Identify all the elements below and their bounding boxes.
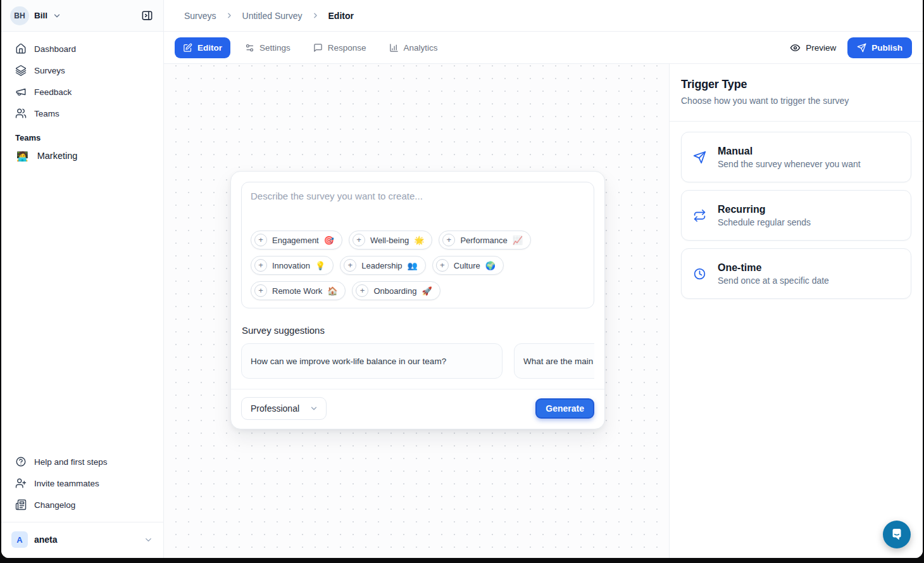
workspace-switcher[interactable]: BH Bill xyxy=(10,6,61,25)
plus-icon: + xyxy=(254,259,267,272)
sidebar-team-marketing[interactable]: 🧑‍💻 Marketing xyxy=(9,146,156,165)
tab-response[interactable]: Response xyxy=(305,37,375,58)
account-menu[interactable]: A aneta xyxy=(1,522,163,558)
tone-value: Professional xyxy=(251,403,299,414)
preview-label: Preview xyxy=(806,43,836,53)
sidebar-item-invite-teammates[interactable]: Invite teammates xyxy=(9,473,156,493)
sidebar-toggle-button[interactable] xyxy=(138,7,156,25)
main-content: Editor Settings Response Analytics xyxy=(164,32,923,558)
topic-chip-culture[interactable]: +Culture🌍 xyxy=(432,256,504,275)
sidebar-item-label: Dashboard xyxy=(34,44,76,54)
topic-chip-performance[interactable]: +Performance📈 xyxy=(439,231,531,250)
topic-chip-remote-work[interactable]: +Remote Work🏠 xyxy=(251,281,346,300)
topic-chip-onboarding[interactable]: +Onboarding🚀 xyxy=(352,281,440,300)
plus-icon: + xyxy=(254,234,267,246)
sidebar-item-dashboard[interactable]: Dashboard xyxy=(9,39,156,59)
tab-label: Analytics xyxy=(404,43,438,53)
chat-launcher-button[interactable] xyxy=(883,521,911,548)
sidebar-item-help[interactable]: Help and first steps xyxy=(9,452,156,472)
trigger-options: ManualSend the survey whenever you want … xyxy=(670,122,923,309)
workarea: +Engagement🎯 +Well-being🌟 +Performance📈 … xyxy=(164,64,923,558)
pencil-square-icon xyxy=(183,43,192,53)
home-icon xyxy=(15,43,27,54)
sidebar-item-feedback[interactable]: Feedback xyxy=(9,82,156,102)
bulb-emoji: 💡 xyxy=(315,262,325,270)
plus-icon: + xyxy=(442,234,455,246)
chevron-down-icon xyxy=(53,11,61,20)
sidebar-item-changelog[interactable]: Changelog xyxy=(9,495,156,515)
sidebar-header: BH Bill xyxy=(1,0,164,31)
plus-icon: + xyxy=(356,284,368,297)
survey-composer-card: +Engagement🎯 +Well-being🌟 +Performance📈 … xyxy=(230,171,605,429)
publish-button[interactable]: Publish xyxy=(847,37,912,58)
chat-bubble-icon xyxy=(889,527,904,542)
sidebar-item-label: Help and first steps xyxy=(34,457,108,467)
topic-chips: +Engagement🎯 +Well-being🌟 +Performance📈 … xyxy=(251,231,585,300)
people-emoji: 👥 xyxy=(408,262,418,270)
editor-toolbar: Editor Settings Response Analytics xyxy=(164,32,923,64)
sidebar-item-surveys[interactable]: Surveys xyxy=(9,60,156,80)
newspaper-icon xyxy=(15,499,27,510)
topic-chip-leadership[interactable]: +Leadership👥 xyxy=(340,256,426,275)
sidebar-item-label: Feedback xyxy=(34,87,72,97)
layers-icon xyxy=(15,65,27,76)
preview-button[interactable]: Preview xyxy=(790,42,836,53)
topic-chip-well-being[interactable]: +Well-being🌟 xyxy=(349,231,432,250)
sidebar-item-label: Teams xyxy=(34,109,59,118)
chart-emoji: 📈 xyxy=(513,236,523,244)
megaphone-icon xyxy=(15,86,27,98)
chevron-right-icon xyxy=(311,11,320,20)
trigger-option-title: Recurring xyxy=(718,204,811,215)
app-window: BH Bill Surveys Untitled Survey Editor xyxy=(1,0,923,558)
tab-settings[interactable]: Settings xyxy=(237,37,299,58)
bar-chart-icon xyxy=(389,43,399,53)
panel-right-icon xyxy=(141,9,153,22)
breadcrumb-editor: Editor xyxy=(328,11,354,21)
sidebar-item-label: Changelog xyxy=(34,500,75,510)
editor-canvas: +Engagement🎯 +Well-being🌟 +Performance📈 … xyxy=(164,64,669,558)
survey-suggestions-label: Survey suggestions xyxy=(242,325,594,336)
breadcrumb-untitled-survey[interactable]: Untitled Survey xyxy=(242,11,303,21)
suggestion-card[interactable]: How can we improve work-life balance in … xyxy=(241,343,503,379)
trigger-panel-title: Trigger Type xyxy=(681,78,911,91)
sidebar: Dashboard Surveys Feedback Teams Teams 🧑… xyxy=(1,32,164,558)
account-avatar: A xyxy=(11,531,28,548)
help-circle-icon xyxy=(15,456,27,467)
breadcrumb-surveys[interactable]: Surveys xyxy=(184,11,216,21)
suggestion-card[interactable]: What are the main ob xyxy=(514,343,594,379)
tabs: Editor Settings Response Analytics xyxy=(175,37,446,58)
toolbar-actions: Preview Publish xyxy=(790,37,912,58)
send-icon xyxy=(857,43,866,53)
message-square-icon xyxy=(313,43,323,53)
topic-chip-engagement[interactable]: +Engagement🎯 xyxy=(251,231,342,250)
tab-label: Response xyxy=(328,43,366,53)
trigger-panel-header: Trigger Type Choose how you want to trig… xyxy=(670,64,923,122)
tab-analytics[interactable]: Analytics xyxy=(381,37,446,58)
sidebar-item-teams[interactable]: Teams xyxy=(9,103,156,123)
chevron-right-icon xyxy=(225,11,234,20)
generate-button[interactable]: Generate xyxy=(535,398,594,419)
trigger-option-description: Send the survey whenever you want xyxy=(718,159,861,169)
plus-icon: + xyxy=(254,284,267,297)
users-icon xyxy=(15,108,27,119)
topic-chip-innovation[interactable]: +Innovation💡 xyxy=(251,256,334,275)
survey-suggestions-row: How can we improve work-life balance in … xyxy=(241,343,594,379)
eye-icon xyxy=(790,42,801,53)
top-bar: BH Bill Surveys Untitled Survey Editor xyxy=(1,0,923,32)
trigger-option-manual[interactable]: ManualSend the survey whenever you want xyxy=(681,132,911,182)
tab-editor[interactable]: Editor xyxy=(175,37,230,58)
sidebar-item-label: Surveys xyxy=(34,66,65,75)
globe-emoji: 🌍 xyxy=(485,262,496,270)
trigger-type-panel: Trigger Type Choose how you want to trig… xyxy=(669,64,923,558)
trigger-option-one-time[interactable]: One-timeSend once at a specific date xyxy=(681,248,911,299)
user-plus-icon xyxy=(15,478,27,489)
app-shell: Dashboard Surveys Feedback Teams Teams 🧑… xyxy=(1,32,923,558)
trigger-option-recurring[interactable]: RecurringSchedule regular sends xyxy=(681,190,911,241)
sidebar-spacer xyxy=(1,167,163,451)
tone-select[interactable]: Professional xyxy=(241,397,327,420)
trigger-option-description: Send once at a specific date xyxy=(718,275,829,286)
trigger-option-title: Manual xyxy=(718,146,861,157)
survey-prompt-input[interactable] xyxy=(251,191,585,231)
prompt-box: +Engagement🎯 +Well-being🌟 +Performance📈 … xyxy=(241,182,594,308)
plus-icon: + xyxy=(344,259,356,272)
